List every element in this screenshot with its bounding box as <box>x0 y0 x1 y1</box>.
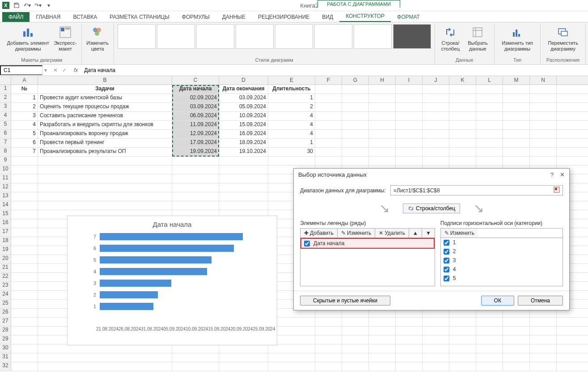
tab-view[interactable]: ВИД <box>316 12 339 22</box>
cell[interactable] <box>219 192 268 201</box>
cell[interactable] <box>476 148 503 156</box>
cell[interactable] <box>396 103 423 111</box>
cell[interactable] <box>342 130 369 138</box>
row-header[interactable]: 26 <box>0 309 11 317</box>
cell[interactable] <box>396 130 423 138</box>
cell[interactable] <box>449 362 476 371</box>
cell[interactable] <box>396 327 423 335</box>
cell[interactable] <box>396 148 423 156</box>
col-header-K[interactable]: K <box>449 76 476 85</box>
cell[interactable] <box>476 130 503 138</box>
range-picker-icon[interactable] <box>554 187 560 194</box>
col-header-D[interactable]: D <box>219 76 268 85</box>
row-header[interactable]: 12 <box>0 183 11 192</box>
cell[interactable]: 10.09.2024 <box>219 112 268 120</box>
cell[interactable] <box>315 335 342 344</box>
cell[interactable] <box>38 201 172 210</box>
cell[interactable] <box>503 94 530 102</box>
row-header[interactable]: 23 <box>0 282 11 290</box>
col-header-E[interactable]: E <box>268 76 315 85</box>
cell[interactable] <box>219 157 268 165</box>
help-icon[interactable]: ? <box>550 171 554 178</box>
cell[interactable] <box>11 157 38 165</box>
cell[interactable] <box>503 157 530 165</box>
cell[interactable] <box>11 246 38 255</box>
cell[interactable]: 12.09.2024 <box>172 130 219 138</box>
cell[interactable] <box>476 327 503 335</box>
row-header[interactable]: 17 <box>0 228 11 237</box>
cell[interactable]: 1 <box>11 94 38 102</box>
cell[interactable] <box>396 139 423 147</box>
cell[interactable] <box>342 139 369 147</box>
cell[interactable] <box>423 148 449 156</box>
cell[interactable] <box>11 318 38 326</box>
cell[interactable] <box>38 192 172 201</box>
cell[interactable] <box>11 166 38 174</box>
cell[interactable] <box>530 353 557 362</box>
cell[interactable] <box>315 139 342 147</box>
cell[interactable] <box>530 94 557 102</box>
move-up-button[interactable]: ▲ <box>409 229 422 238</box>
row-header[interactable]: 29 <box>0 335 11 344</box>
cell[interactable] <box>11 201 38 210</box>
row-header[interactable]: 1 <box>0 85 11 93</box>
category-checkbox[interactable] <box>444 240 449 246</box>
cell[interactable]: Провести первый тренинг <box>38 139 172 147</box>
tab-review[interactable]: РЕЦЕНЗИРОВАНИЕ <box>252 12 316 22</box>
cell[interactable] <box>268 362 315 371</box>
cell[interactable] <box>449 344 476 353</box>
fx-icon[interactable]: fx <box>71 67 80 73</box>
cell[interactable] <box>369 157 396 165</box>
cell[interactable] <box>423 157 449 165</box>
cell[interactable] <box>369 335 396 344</box>
chart-style-1[interactable] <box>118 24 156 49</box>
switch-row-column-button[interactable]: Строка/столбец <box>403 204 460 213</box>
cell[interactable]: Разработать и внедрить скрипты для звонк… <box>38 121 172 129</box>
cell[interactable]: 1 <box>268 139 315 147</box>
cell[interactable] <box>423 94 449 102</box>
close-icon[interactable]: ✕ <box>560 171 565 178</box>
category-list[interactable]: 12345 <box>440 238 563 286</box>
cell[interactable] <box>530 344 557 353</box>
cell[interactable] <box>396 112 423 120</box>
tab-formulas[interactable]: ФОРМУЛЫ <box>176 12 216 22</box>
row-header[interactable]: 9 <box>0 157 11 165</box>
row-header[interactable]: 19 <box>0 246 11 255</box>
cell[interactable] <box>315 157 342 165</box>
tab-file[interactable]: ФАЙЛ <box>2 12 30 22</box>
cell[interactable] <box>219 166 268 174</box>
row-header[interactable]: 7 <box>0 139 11 147</box>
row-header[interactable]: 2 <box>0 94 11 102</box>
row-header[interactable]: 11 <box>0 174 11 183</box>
category-checkbox[interactable] <box>444 258 449 263</box>
cell[interactable] <box>11 174 38 183</box>
cell[interactable] <box>449 103 476 111</box>
tab-design[interactable]: КОНСТРУКТОР <box>339 11 391 22</box>
chart-style-2[interactable] <box>157 24 195 49</box>
cell[interactable] <box>423 344 449 353</box>
row-header[interactable]: 4 <box>0 112 11 120</box>
cell[interactable] <box>11 309 38 317</box>
cell[interactable] <box>172 353 219 362</box>
cell[interactable]: 19.10.2024 <box>219 148 268 156</box>
cell[interactable] <box>369 327 396 335</box>
cell[interactable] <box>11 353 38 362</box>
cell[interactable] <box>11 344 38 353</box>
cell[interactable]: 11.09.2024 <box>172 121 219 129</box>
cell[interactable] <box>11 291 38 299</box>
cell[interactable] <box>315 94 342 102</box>
col-header-L[interactable]: L <box>476 76 503 85</box>
category-checkbox[interactable] <box>444 276 449 281</box>
row-header[interactable]: 24 <box>0 291 11 299</box>
tab-data[interactable]: ДАННЫЕ <box>216 12 252 22</box>
cell[interactable] <box>476 112 503 120</box>
cell[interactable] <box>172 174 219 183</box>
cell[interactable] <box>449 335 476 344</box>
cell[interactable] <box>219 201 268 210</box>
cell[interactable] <box>11 219 38 228</box>
cell[interactable] <box>369 148 396 156</box>
cell[interactable] <box>449 121 476 129</box>
row-header[interactable]: 14 <box>0 201 11 210</box>
cell[interactable] <box>172 201 219 210</box>
cell[interactable] <box>530 112 557 120</box>
